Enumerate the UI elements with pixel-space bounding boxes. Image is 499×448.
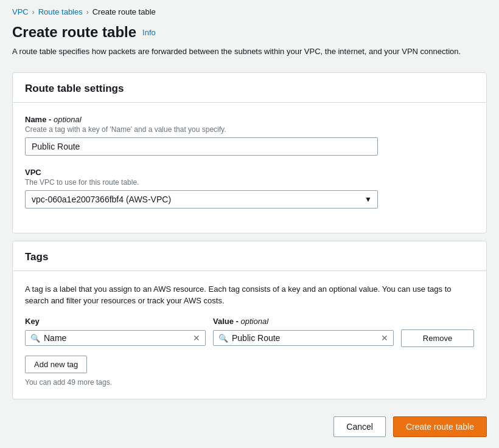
add-new-tag-button[interactable]: Add new tag: [25, 356, 87, 373]
tag-key-input[interactable]: [44, 333, 189, 343]
tags-col-headers: Key Value - optional: [25, 317, 474, 326]
route-table-settings-header: Route table settings: [13, 73, 486, 103]
breadcrumb-current: Create route table: [92, 7, 156, 16]
remove-tag-button[interactable]: Remove: [401, 329, 474, 347]
name-field-label: Name - optional: [25, 115, 474, 124]
info-link[interactable]: Info: [142, 28, 156, 37]
breadcrumb-vpc-link[interactable]: VPC: [12, 7, 29, 16]
tag-row: 🔍 ✕ 🔍 ✕ Remove: [25, 329, 474, 347]
tag-key-search-icon: 🔍: [30, 334, 40, 343]
breadcrumb: VPC › Route tables › Create route table: [0, 0, 499, 21]
cancel-button[interactable]: Cancel: [333, 416, 386, 437]
tags-key-col-header: Key: [25, 317, 206, 326]
vpc-field-help: The VPC to use for this route table.: [25, 178, 474, 187]
tag-value-search-icon: 🔍: [218, 334, 228, 343]
tag-value-wrapper: 🔍 ✕: [213, 330, 394, 346]
page-title: Create route table: [12, 24, 136, 41]
page-description: A route table specifies how packets are …: [12, 46, 487, 58]
tags-section-title: Tags: [25, 251, 474, 263]
route-table-settings-title: Route table settings: [25, 83, 474, 95]
tags-card: Tags A tag is a label that you assign to…: [12, 241, 487, 399]
name-field-group: Name - optional Create a tag with a key …: [25, 115, 474, 156]
name-input[interactable]: [25, 137, 378, 156]
tag-key-clear-button[interactable]: ✕: [193, 334, 200, 342]
vpc-field-group: VPC The VPC to use for this route table.…: [25, 168, 474, 208]
create-route-table-button[interactable]: Create route table: [393, 416, 487, 437]
tags-section-header: Tags: [13, 241, 486, 271]
route-table-settings-card: Route table settings Name - optional Cre…: [12, 72, 487, 233]
vpc-select-wrapper: vpc-060a1e2007366fbf4 (AWS-VPC) ▼: [25, 190, 378, 208]
vpc-select[interactable]: vpc-060a1e2007366fbf4 (AWS-VPC): [25, 190, 378, 208]
page-header: Create route table Info A route table sp…: [0, 21, 499, 65]
name-field-help: Create a tag with a key of 'Name' and a …: [25, 125, 474, 134]
tags-description: A tag is a label that you assign to an A…: [25, 283, 474, 307]
route-table-settings-body: Name - optional Create a tag with a key …: [13, 103, 486, 233]
vpc-field-label: VPC: [25, 168, 474, 177]
footer: Cancel Create route table: [0, 407, 499, 447]
tags-table: Key Value - optional 🔍 ✕ 🔍 ✕: [25, 317, 474, 347]
tag-value-input[interactable]: [232, 333, 377, 343]
breadcrumb-sep-1: ›: [32, 8, 35, 16]
tag-value-clear-button[interactable]: ✕: [381, 334, 388, 342]
tag-key-wrapper: 🔍 ✕: [25, 330, 206, 346]
tags-limit-note: You can add 49 more tags.: [25, 378, 474, 387]
tags-section-body: A tag is a label that you assign to an A…: [13, 271, 486, 399]
tags-value-col-header: Value - optional: [213, 317, 394, 326]
breadcrumb-sep-2: ›: [86, 8, 89, 16]
breadcrumb-route-tables-link[interactable]: Route tables: [38, 7, 83, 16]
